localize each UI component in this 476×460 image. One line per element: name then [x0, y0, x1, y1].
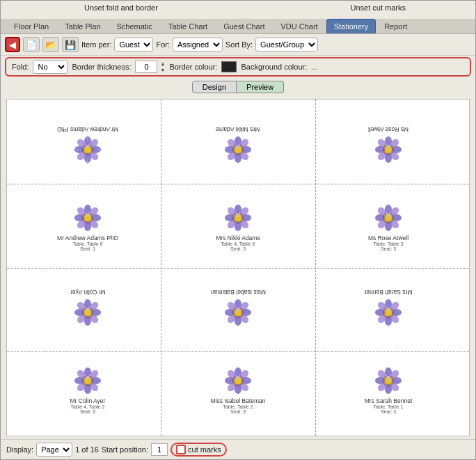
tab-guest-chart[interactable]: Guest Chart: [216, 19, 272, 33]
cut-marks-label: cut marks: [188, 445, 221, 454]
tab-vdu-chart[interactable]: VDU Chart: [273, 19, 325, 33]
card-name-top-8: Mrs Sarah Bennet: [365, 289, 413, 296]
cut-marks-container: cut marks: [170, 443, 227, 457]
app-window: Unset fold and border Unset cut marks Fl…: [0, 0, 476, 460]
card-name-4: Mrs Nikki Adams: [216, 235, 260, 241]
design-preview-row: Design Preview: [1, 78, 475, 96]
card-name-top-0: Mr Andrew Adams PhD: [57, 126, 118, 133]
flower-icon-10: [223, 365, 253, 396]
card-cell-1: Mrs Nikki Adams: [163, 105, 313, 187]
card-name-top-7: Miss Isabel Bateman: [211, 289, 266, 296]
card-cell-11: Mrs Sarah Bennet Table, Table 1 Seat: 3: [313, 349, 463, 430]
flower-icon-6: [72, 297, 103, 328]
tab-bar: Floor Plan Table Plan Schematic Table Ch…: [1, 19, 475, 34]
sort-by-label: Sort By:: [225, 40, 253, 49]
flower-icon-11: [373, 365, 404, 396]
background-colour-label: Background colour:: [241, 63, 307, 71]
flower-icon-5: [373, 203, 404, 233]
border-colour-label: Border colour:: [169, 63, 217, 71]
preview-button[interactable]: Preview: [237, 81, 284, 93]
card-seat-5: Seat: 3: [381, 246, 396, 251]
tab-table-chart[interactable]: Table Chart: [161, 19, 215, 33]
card-seat-3: Seat: 1: [80, 246, 95, 251]
for-select[interactable]: Assigned: [173, 38, 223, 51]
card-name-top-2: Ms Rose Atwell: [368, 126, 408, 133]
start-position-input[interactable]: [151, 443, 168, 456]
back-button[interactable]: ◀: [5, 37, 20, 52]
card-cell-5: Ms Rose Atwell Table, Table 3 Seat: 3: [313, 187, 463, 268]
card-name-3: Mr Andrew Adams PhD: [57, 235, 118, 241]
save-icon[interactable]: 💾: [62, 37, 79, 52]
annotation-cut-marks: Unset cut marks: [351, 3, 406, 19]
flower-icon-1: [223, 134, 253, 165]
card-cell-2: Ms Rose Atwell: [313, 105, 463, 187]
card-name-5: Ms Rose Atwell: [368, 235, 408, 241]
flower-icon-2: [373, 134, 404, 165]
flower-icon-9: [72, 365, 103, 396]
border-thickness-stepper[interactable]: ▲▼: [160, 61, 165, 73]
card-cell-7: Miss Isabel Bateman: [163, 268, 313, 349]
card-name-11: Mrs Sarah Bennet: [365, 397, 413, 404]
card-table-5: Table, Table 3: [373, 241, 403, 246]
flower-icon-7: [223, 297, 253, 328]
toolbar-row: ◀ 📄 📂 💾 Item per: Guest For: Assigned So…: [1, 34, 475, 56]
card-table-4: Table 4, Table 6: [221, 241, 255, 246]
card-table-3: Table, Table 6: [72, 241, 102, 246]
item-per-label: Item per:: [81, 40, 111, 49]
card-seat-11: Seat: 3: [381, 409, 396, 414]
fold-label: Fold:: [12, 63, 29, 71]
page-indicator: 1 of 16: [75, 445, 99, 454]
card-table-9: Table 4, Table 2: [71, 404, 105, 409]
flower-icon-3: [72, 203, 103, 233]
item-per-select[interactable]: Guest: [114, 38, 153, 51]
card-name-9: Mr Colin Ayer: [70, 397, 106, 404]
border-thickness-input[interactable]: [135, 61, 157, 73]
tab-table-plan[interactable]: Table Plan: [57, 19, 108, 33]
border-colour-swatch[interactable]: [221, 61, 237, 72]
display-select[interactable]: Page: [36, 443, 72, 457]
card-cell-6: Mr Colin Ayer: [13, 268, 163, 349]
start-position-label: Start position:: [102, 445, 148, 454]
card-cell-8: Mrs Sarah Bennet: [313, 268, 463, 349]
card-cell-10: Miss Isabel Bateman Table, Table 2 Seat:…: [163, 349, 313, 430]
flower-icon-0: [72, 134, 103, 165]
design-button[interactable]: Design: [192, 81, 237, 93]
card-name-top-6: Mr Colin Ayer: [70, 289, 106, 296]
fold-select[interactable]: No: [33, 60, 68, 74]
canvas-area: Mr Andrew Adams PhD: [6, 99, 470, 436]
new-icon[interactable]: 📄: [23, 37, 40, 52]
bottom-bar: Display: Page 1 of 16 Start position: cu…: [1, 439, 475, 459]
card-seat-9: Seat: 6: [80, 409, 95, 414]
tab-floor-plan[interactable]: Floor Plan: [6, 19, 56, 33]
annotation-fold-border: Unset fold and border: [84, 3, 158, 19]
tab-report[interactable]: Report: [376, 19, 415, 33]
cut-marks-checkbox[interactable]: [176, 445, 186, 454]
card-cell-3: Mr Andrew Adams PhD Table, Table 6 Seat:…: [13, 187, 163, 268]
tab-schematic[interactable]: Schematic: [109, 19, 160, 33]
fold-container: Fold: No Border thickness: ▲▼ Border col…: [5, 57, 471, 77]
card-name-top-1: Mrs Nikki Adams: [216, 126, 260, 133]
card-cell-9: Mr Colin Ayer Table 4, Table 2 Seat: 6: [13, 349, 163, 430]
tab-stationery[interactable]: Stationery: [326, 19, 376, 33]
card-table-11: Table, Table 1: [373, 404, 403, 409]
sort-by-select[interactable]: Guest/Group: [255, 38, 318, 51]
display-label: Display:: [6, 445, 33, 454]
card-seat-4: Seat: 3: [230, 246, 246, 251]
card-cell-0: Mr Andrew Adams PhD: [13, 105, 163, 187]
background-colour-value: ...: [311, 63, 317, 71]
card-name-10: Miss Isabel Bateman: [211, 397, 266, 404]
for-label: For:: [156, 40, 170, 49]
card-table-10: Table, Table 2: [223, 404, 253, 409]
card-cell-4: Mrs Nikki Adams Table 4, Table 6 Seat: 3: [163, 187, 313, 268]
open-icon[interactable]: 📂: [42, 37, 59, 52]
card-grid: Mr Andrew Adams PhD: [7, 100, 469, 436]
border-thickness-label: Border thickness:: [72, 63, 131, 71]
card-seat-10: Seat: 3: [230, 409, 246, 414]
flower-icon-4: [223, 203, 253, 233]
flower-icon-8: [373, 297, 404, 328]
